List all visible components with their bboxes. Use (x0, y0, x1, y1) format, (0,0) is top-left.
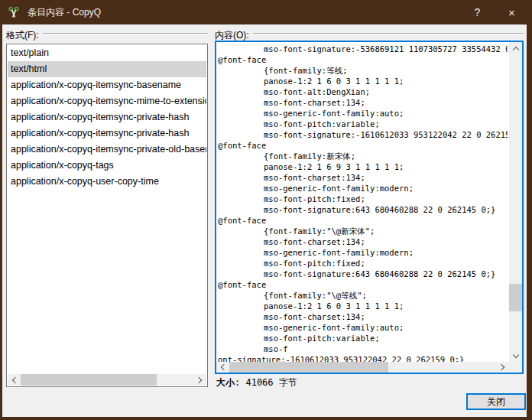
list-item[interactable]: text/html (8, 61, 206, 77)
scroll-right-button[interactable] (496, 362, 509, 373)
formats-header-line (43, 33, 208, 34)
vertical-scroll-track[interactable] (509, 54, 522, 350)
content-viewer[interactable]: mso-font-signature:-536869121 1107305727… (215, 41, 524, 374)
content-line: mso-font-pitch:fixed; (218, 258, 508, 269)
formats-label: 格式(F): (6, 30, 39, 41)
size-value: : 41066 字节 (235, 377, 297, 388)
scroll-right-button[interactable] (193, 374, 206, 386)
content-text[interactable]: mso-font-signature:-536869121 1107305727… (218, 44, 508, 362)
content-line: panose-1:2 1 6 0 3 1 1 1 1 1; (218, 301, 508, 311)
list-item[interactable]: application/x-copyq-itemsync-mime-to-ext… (8, 93, 206, 109)
content-line: @font-face (218, 279, 508, 290)
formats-header: 格式(F): (6, 30, 208, 41)
scrollbar-thumb[interactable] (21, 374, 157, 386)
content-header: 内容(O): (215, 30, 524, 41)
list-item[interactable]: application/x-copyq-itemsync-private-has… (8, 109, 206, 125)
close-button[interactable]: 关闭 (466, 393, 526, 410)
close-window-button[interactable]: × (495, 0, 529, 24)
content-line: mso-font-signature:-1610612033 953122042… (218, 129, 508, 140)
scroll-left-button[interactable] (216, 362, 229, 373)
content-line: mso-font-signature:-536869121 1107305727… (218, 44, 508, 54)
size-prefix: 大小 (216, 377, 235, 388)
scrollbar-thumb[interactable] (509, 284, 522, 311)
scrollbar-corner (509, 362, 522, 373)
content-line: mso-font-pitch:fixed; (218, 194, 508, 204)
formats-horizontal-scrollbar[interactable] (8, 374, 206, 386)
content-line: @font-face (218, 140, 508, 151)
list-item[interactable]: text/plain (8, 45, 206, 61)
content-line: mso-font-signature:643 680460288 22 0 26… (218, 204, 508, 215)
list-item[interactable]: application/x-copyq-itemsync-private-old… (8, 142, 206, 158)
content-line: {font-family:"\@新宋体"; (218, 226, 508, 236)
scrollbar-thumb[interactable] (229, 362, 388, 373)
content-line: mso-font-pitch:variable; (218, 333, 508, 343)
content-line: mso-font-signature:643 680460288 22 0 26… (218, 269, 508, 279)
size-label: 大小: 41066 字节 (216, 376, 297, 389)
content-line: mso-generic-font-family:modern; (218, 183, 508, 194)
list-item[interactable]: application/x-copyq-tags (8, 158, 206, 174)
window-frame-left (0, 24, 2, 417)
content-line: {font-family:"\@等线"; (218, 290, 508, 301)
content-line: panose-1:2 1 6 0 3 1 1 1 1 1; (218, 76, 508, 86)
item-content-dialog: 条目内容 - CopyQ ? × 格式(F): text/plaintext/h… (0, 0, 532, 420)
titlebar: 条目内容 - CopyQ ? × (0, 0, 532, 24)
list-item[interactable]: application/x-copyq-itemsync-basename (8, 77, 206, 93)
content-line: @font-face (218, 54, 508, 65)
content-line: mso-f (218, 343, 508, 354)
content-line: {font-family:新宋体; (218, 151, 508, 161)
content-line: panose-1:2 1 6 9 3 1 1 1 1 1; (218, 161, 508, 172)
content-line: mso-generic-font-family:modern; (218, 247, 508, 258)
scroll-left-button[interactable] (8, 374, 21, 386)
content-line: mso-generic-font-family:auto; (218, 108, 508, 119)
scroll-up-button[interactable] (509, 42, 522, 54)
content-line: @font-face (218, 215, 508, 226)
content-vertical-scrollbar[interactable] (509, 42, 522, 362)
content-line: mso-font-charset:134; (218, 172, 508, 183)
list-item[interactable]: application/x-copyq-itemsync-private-has… (8, 125, 206, 142)
content-horizontal-scrollbar[interactable] (216, 362, 509, 373)
content-line: mso-font-alt:DengXian; (218, 86, 508, 97)
content-line: mso-font-pitch:variable; (218, 119, 508, 129)
window-frame-bottom (0, 417, 532, 420)
window-frame-right (527, 24, 532, 417)
content-line: mso-font-charset:134; (218, 236, 508, 247)
content-header-line (253, 33, 524, 34)
window-title: 条目内容 - CopyQ (28, 0, 101, 24)
content-line: mso-font-charset:134; (218, 311, 508, 322)
content-line: ont-signature:-1610612033 953122042 22 0… (218, 354, 508, 362)
formats-list-items: text/plaintext/htmlapplication/x-copyq-i… (8, 45, 206, 190)
help-button[interactable]: ? (460, 0, 495, 24)
content-line: mso-font-charset:134; (218, 97, 508, 108)
content-line: mso-generic-font-family:auto; (218, 322, 508, 333)
content-line: {font-family:等线; (218, 65, 508, 76)
copyq-scissors-icon (8, 6, 20, 18)
list-item[interactable]: application/x-copyq-user-copy-time (8, 174, 206, 190)
content-label: 内容(O): (215, 30, 249, 41)
scroll-down-button[interactable] (509, 350, 522, 362)
formats-list[interactable]: text/plaintext/htmlapplication/x-copyq-i… (6, 44, 208, 387)
